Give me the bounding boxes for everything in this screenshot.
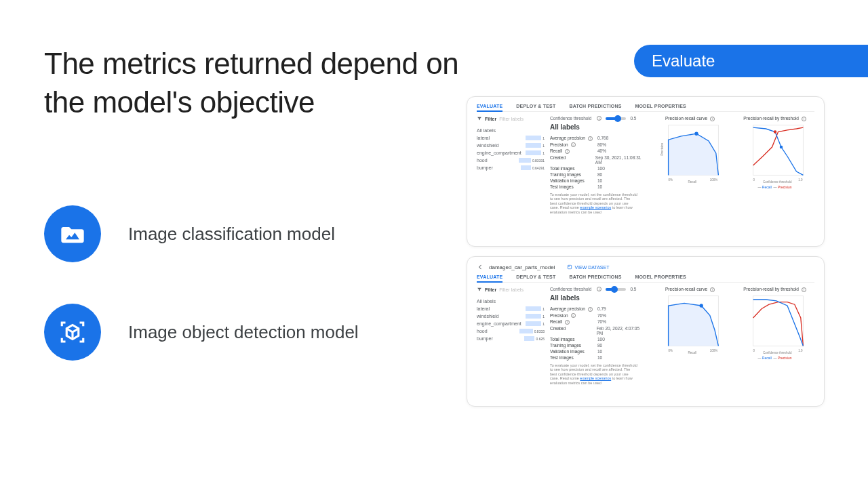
tab-evaluate[interactable]: EVALUATE [477, 274, 502, 283]
label-list: All labelslateral1windshield1engine_comp… [477, 127, 545, 171]
svg-text:100%: 100% [709, 349, 717, 352]
svg-point-15 [699, 304, 703, 307]
filter-row[interactable]: Filter Filter labels [477, 287, 545, 292]
tab-deploy[interactable]: DEPLOY & TEST [516, 104, 555, 108]
metric-row: Precision i80% [550, 142, 646, 148]
view-dataset-link[interactable]: VIEW DATASET [567, 264, 609, 270]
info-icon[interactable]: i [597, 287, 601, 291]
metric-row: CreatedFeb 20, 2022, 4:07:05 PM [550, 325, 646, 336]
metric-row: Precision i70% [550, 312, 646, 319]
filter-placeholder: Filter labels [499, 287, 524, 292]
svg-text:Recall: Recall [688, 180, 696, 184]
info-icon[interactable]: i [802, 117, 806, 121]
metric-row: Test images10 [550, 184, 646, 190]
tab-evaluate[interactable]: EVALUATE [477, 104, 502, 112]
confidence-slider[interactable]: Confidence threshold i 0.5 [550, 116, 646, 121]
metrics-block: Average precision i0.79Precision i70%Rec… [550, 306, 646, 361]
svg-text:0: 0 [753, 178, 755, 182]
svg-text:Precision: Precision [660, 142, 664, 155]
dataset-icon [567, 264, 572, 270]
item-detection: Image object detection model [44, 304, 359, 361]
metric-row: Total images100 [550, 336, 646, 342]
all-labels-heading: All labels [550, 123, 646, 131]
label-row[interactable]: lateral1 [477, 305, 545, 312]
image-folder-icon [44, 205, 101, 262]
pr-threshold-chart: Precision-recall by threshold i 0 1.0 Co… [735, 287, 814, 385]
svg-point-8 [779, 145, 783, 148]
filter-row[interactable]: Filter Filter labels [477, 116, 545, 121]
filter-label: Filter [485, 287, 496, 292]
item-classification: Image classification model [44, 205, 335, 262]
label-row[interactable]: All labels [477, 127, 545, 134]
screenshot-detection-eval: damaged_car_parts_model VIEW DATASET EVA… [467, 256, 825, 407]
svg-rect-12 [568, 265, 572, 268]
tab-deploy[interactable]: DEPLOY & TEST [516, 274, 555, 279]
confidence-slider[interactable]: Confidence threshold i 0.5 [550, 287, 646, 291]
metric-row: Recall i40% [550, 148, 646, 155]
help-link[interactable]: example scenarios [580, 205, 611, 209]
info-icon[interactable]: i [802, 287, 806, 292]
svg-point-1 [694, 131, 698, 135]
model-name: damaged_car_parts_model [489, 264, 555, 270]
slide-title: The metrics returned depend on the model… [44, 44, 485, 121]
metric-row: Average precision i0.768 [550, 135, 646, 142]
metrics-block: Average precision i0.768Precision i80%Re… [550, 135, 646, 190]
svg-point-7 [773, 130, 776, 134]
info-icon[interactable]: i [597, 116, 601, 121]
section-pill: Evaluate [634, 45, 868, 77]
metric-row: Training images80 [550, 171, 646, 178]
back-arrow-icon[interactable] [477, 264, 484, 270]
tab-props[interactable]: MODEL PROPERTIES [635, 274, 686, 279]
label-row[interactable]: All labels [477, 298, 545, 305]
svg-rect-13 [569, 266, 570, 266]
tab-batch[interactable]: BATCH PREDICTIONS [569, 104, 621, 108]
pr-curve-chart: Precision-recall curve i 0% 100% Recall [650, 287, 730, 385]
confidence-value: 0.5 [630, 287, 636, 291]
pr-threshold-chart: Precision-recall by threshold i 0 1.0 Co… [735, 116, 814, 214]
confidence-label: Confidence threshold [550, 116, 591, 121]
label-row[interactable]: hood0.8333 [477, 327, 545, 335]
confidence-label: Confidence threshold [550, 287, 591, 291]
filter-label: Filter [485, 117, 496, 121]
item-label: Image classification model [128, 224, 335, 245]
tab-batch[interactable]: BATCH PREDICTIONS [569, 274, 621, 279]
info-icon[interactable]: i [710, 287, 715, 292]
svg-text:100%: 100% [709, 178, 717, 182]
metric-row: Validation images10 [550, 348, 646, 354]
svg-text:Recall: Recall [688, 351, 696, 354]
confidence-value: 0.5 [630, 116, 636, 121]
svg-text:0%: 0% [668, 349, 673, 352]
metric-row: Training images80 [550, 342, 646, 348]
chart-legend: — Recall — Precision [735, 185, 814, 189]
metric-row: Total images100 [550, 165, 646, 171]
info-icon[interactable]: i [710, 117, 715, 121]
label-row[interactable]: bumper0.64291 [477, 164, 545, 171]
svg-text:0%: 0% [668, 178, 673, 182]
label-row[interactable]: windshield1 [477, 142, 545, 149]
label-row[interactable]: bumper0.625 [477, 335, 545, 342]
help-text: To evaluate your model, set the confiden… [550, 192, 638, 215]
tab-bar: EVALUATE DEPLOY & TEST BATCH PREDICTIONS… [477, 274, 814, 283]
screenshot-classification-eval: EVALUATE DEPLOY & TEST BATCH PREDICTIONS… [467, 96, 825, 247]
label-row[interactable]: windshield1 [477, 312, 545, 320]
help-link[interactable]: example scenarios [580, 376, 611, 380]
metric-row: Recall i70% [550, 319, 646, 325]
label-list: All labelslateral1windshield1engine_comp… [477, 298, 545, 342]
model-header: damaged_car_parts_model VIEW DATASET [477, 264, 814, 270]
svg-text:Confidence threshold: Confidence threshold [763, 351, 792, 354]
svg-text:1.0: 1.0 [798, 178, 803, 182]
label-row[interactable]: engine_compartment1 [477, 320, 545, 327]
tab-props[interactable]: MODEL PROPERTIES [635, 104, 686, 108]
filter-placeholder: Filter labels [499, 117, 524, 121]
svg-text:0: 0 [753, 349, 755, 352]
label-row[interactable]: hood0.83331 [477, 157, 545, 164]
label-row[interactable]: engine_compartment1 [477, 149, 545, 157]
metric-row: Validation images10 [550, 178, 646, 184]
tab-bar: EVALUATE DEPLOY & TEST BATCH PREDICTIONS… [477, 104, 814, 112]
filter-icon [477, 116, 482, 121]
help-text: To evaluate your model, set the confiden… [550, 363, 638, 386]
label-row[interactable]: lateral1 [477, 134, 545, 142]
all-labels-heading: All labels [550, 294, 646, 302]
filter-icon [477, 287, 482, 292]
svg-text:1.0: 1.0 [798, 349, 803, 352]
